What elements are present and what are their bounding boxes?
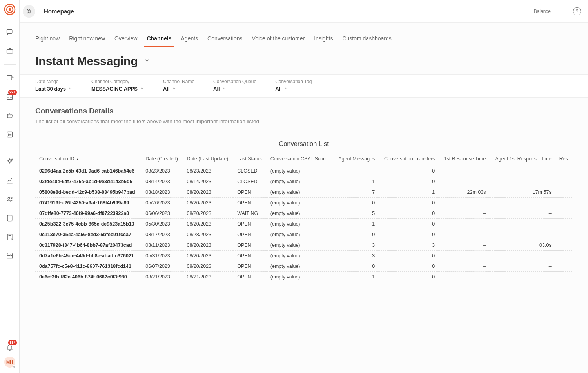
cell: (empty value) xyxy=(267,229,333,240)
bell-icon[interactable]: 99+ xyxy=(3,340,17,354)
chevron-down-icon xyxy=(284,86,289,91)
cell: 0 xyxy=(379,229,439,240)
cell: 08/14/2023 xyxy=(183,176,233,187)
tab-insights[interactable]: Insights xyxy=(314,34,333,47)
brand-logo[interactable] xyxy=(4,3,16,16)
cell: 08/17/2023 xyxy=(142,229,183,240)
tab-agents[interactable]: Agents xyxy=(181,34,198,47)
filter-channel-name[interactable]: Channel NameAll xyxy=(163,79,194,92)
table-row[interactable]: 0741919f-d26f-4250-a9af-168f4b999a8905/2… xyxy=(35,198,572,208)
cell: – xyxy=(439,240,490,251)
filter-value[interactable]: All xyxy=(275,86,312,92)
expand-sidebar-button[interactable] xyxy=(23,5,35,18)
sort-asc-icon: ▲ xyxy=(76,157,80,161)
cell: – xyxy=(439,219,490,229)
filter-value[interactable]: All xyxy=(163,86,194,92)
table-row[interactable]: 0c113e70-354a-4a66-8ed3-5bfec91fcca708/1… xyxy=(35,229,572,240)
table-row[interactable]: 0296d4aa-2e5b-43d1-9ad6-cab146ba54e608/2… xyxy=(35,166,572,176)
cell: 02fde40e-64f7-475a-ab1d-9e3d4143b5d5 xyxy=(35,176,142,187)
notebook-icon[interactable] xyxy=(3,211,17,225)
hash-icon[interactable] xyxy=(3,127,17,142)
filter-label: Conversation Queue xyxy=(213,79,256,84)
col-header[interactable]: Conversation Transfers xyxy=(379,153,439,166)
filter-value[interactable]: All xyxy=(213,86,256,92)
sparkle-icon[interactable] xyxy=(3,155,17,169)
cell: – xyxy=(439,198,490,208)
tab-right-now[interactable]: Right now xyxy=(35,34,60,47)
balance-label[interactable]: Balance xyxy=(534,9,551,14)
cell: 0296d4aa-2e5b-43d1-9ad6-cab146ba54e6 xyxy=(35,166,142,176)
col-header[interactable]: Agent 1st Response Time xyxy=(490,153,555,166)
col-header[interactable]: Last Status xyxy=(233,153,267,166)
col-header[interactable]: Conversation ID▲ xyxy=(35,153,142,166)
cell: – xyxy=(490,198,555,208)
topbar-divider xyxy=(562,5,562,18)
bot-icon[interactable] xyxy=(3,109,17,123)
bell-badge: 99+ xyxy=(8,340,16,345)
filter-value[interactable]: Last 30 days xyxy=(35,86,73,92)
cell: – xyxy=(490,166,555,176)
tab-voice-of-the-customer[interactable]: Voice of the customer xyxy=(252,34,305,47)
cell: 08/11/2023 xyxy=(142,240,183,251)
filter-value[interactable]: MESSAGING APPS xyxy=(91,86,144,92)
cell xyxy=(555,219,572,229)
svg-rect-9 xyxy=(7,114,12,118)
table-row[interactable]: 0c317928-f347-4b64-8bb7-87af20473cad08/1… xyxy=(35,240,572,251)
briefcase-icon[interactable] xyxy=(3,44,17,58)
tab-channels[interactable]: Channels xyxy=(147,34,171,47)
chat-icon[interactable] xyxy=(3,25,17,39)
table-row[interactable]: 07dffe80-7773-46f9-99a6-df07223922a006/0… xyxy=(35,208,572,219)
col-header[interactable]: 1st Response Time xyxy=(439,153,490,166)
svg-rect-6 xyxy=(7,50,13,53)
tab-right-now-new[interactable]: Right now new xyxy=(69,34,105,47)
topbar: Homepage Balance ? xyxy=(20,0,588,23)
col-header[interactable]: Date (Last Update) xyxy=(183,153,233,166)
receipt-icon[interactable] xyxy=(3,230,17,244)
svg-point-11 xyxy=(8,115,9,116)
table-row[interactable]: 05808e8d-bedd-42c9-b538-83495b947bad08/1… xyxy=(35,187,572,198)
table-row[interactable]: 0a25b322-3e75-4cbb-865c-de9523a15b1005/3… xyxy=(35,219,572,229)
filter-conversation-tag[interactable]: Conversation TagAll xyxy=(275,79,312,92)
cell: 08/14/2023 xyxy=(142,176,183,187)
cell xyxy=(555,198,572,208)
tab-custom-dashboards[interactable]: Custom dashboards xyxy=(342,34,391,47)
cell: 07dffe80-7773-46f9-99a6-df07223922a0 xyxy=(35,208,142,219)
breadcrumb-home[interactable]: Homepage xyxy=(44,8,74,15)
cell: WAITING xyxy=(233,208,267,219)
store-icon[interactable] xyxy=(3,249,17,263)
tab-conversations[interactable]: Conversations xyxy=(207,34,243,47)
analytics-icon[interactable] xyxy=(3,173,17,187)
cell: (empty value) xyxy=(267,272,333,282)
table-row[interactable]: 0e6ef3fb-f82e-406b-874f-0662c0f3f98008/2… xyxy=(35,272,572,282)
filter-conversation-queue[interactable]: Conversation QueueAll xyxy=(213,79,256,92)
cell: (empty value) xyxy=(267,187,333,198)
user-avatar[interactable]: MH xyxy=(4,357,15,368)
people-icon[interactable] xyxy=(3,192,17,206)
col-header[interactable]: Date (Created) xyxy=(142,153,183,166)
col-header[interactable]: Agent Messages xyxy=(333,153,379,166)
tab-overview[interactable]: Overview xyxy=(114,34,137,47)
cell: 3 xyxy=(379,240,439,251)
campaigns-icon[interactable] xyxy=(3,71,17,85)
col-header[interactable]: Res xyxy=(555,153,572,166)
filters-bar: Date rangeLast 30 daysChannel CategoryME… xyxy=(20,75,588,98)
filter-date-range[interactable]: Date rangeLast 30 days xyxy=(35,79,73,92)
table-scroll[interactable]: Conversation ID▲Date (Created)Date (Last… xyxy=(35,153,572,282)
cell: OPEN xyxy=(233,240,267,251)
help-icon[interactable]: ? xyxy=(573,7,581,15)
svg-rect-7 xyxy=(7,75,12,80)
cell xyxy=(555,251,572,261)
cell: (empty value) xyxy=(267,261,333,272)
cell: 0da757fc-c5e8-411c-8607-761318fcd141 xyxy=(35,261,142,272)
col-header[interactable]: Conversation CSAT Score xyxy=(267,153,333,166)
page-title-dropdown[interactable] xyxy=(143,57,151,66)
inbox-icon[interactable]: 99+ xyxy=(3,90,17,104)
svg-point-12 xyxy=(10,115,11,116)
table-row[interactable]: 02fde40e-64f7-475a-ab1d-9e3d4143b5d508/1… xyxy=(35,176,572,187)
cell: 05/30/2023 xyxy=(142,219,183,229)
filter-channel-category[interactable]: Channel CategoryMESSAGING APPS xyxy=(91,79,144,92)
cell: 0 xyxy=(379,198,439,208)
table-row[interactable]: 0da757fc-c5e8-411c-8607-761318fcd14106/0… xyxy=(35,261,572,272)
table-row[interactable]: 0d7a1e6b-45de-449d-bb8e-abadfc37602105/3… xyxy=(35,251,572,261)
cell: 0e6ef3fb-f82e-406b-874f-0662c0f3f980 xyxy=(35,272,142,282)
